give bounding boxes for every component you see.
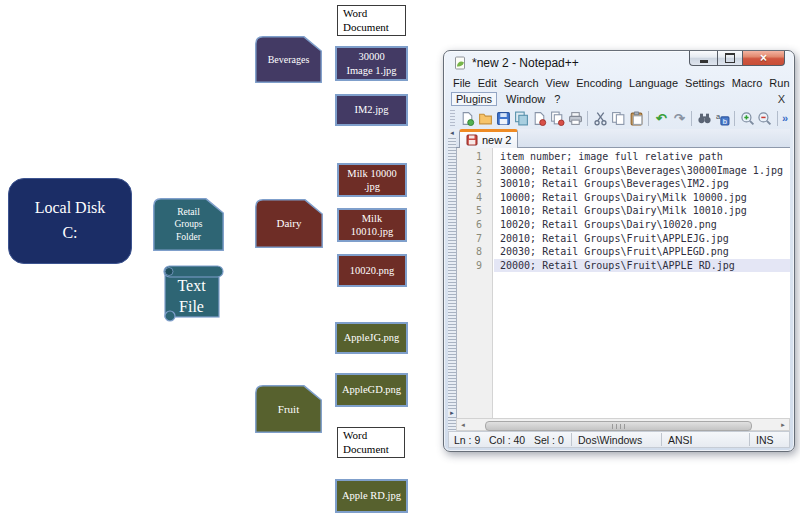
- text-editor[interactable]: 1 2 3 4 5 6 7 8 9 item number; image ful…: [456, 148, 790, 418]
- close-button[interactable]: ×: [743, 51, 785, 66]
- toolbar-separator: [777, 111, 778, 126]
- text-line: item number; image full relative path: [494, 150, 790, 164]
- line-number: 1: [457, 150, 492, 164]
- zoom-in-icon: [740, 111, 755, 126]
- text-line: 30010; Retail Groups\Beverages\IM2.jpg: [494, 177, 790, 191]
- save-all-button[interactable]: [514, 110, 530, 127]
- copy-icon: [611, 111, 626, 126]
- line-number: 3: [457, 177, 492, 191]
- menu-file[interactable]: File: [453, 77, 471, 89]
- maximize-button[interactable]: [717, 51, 743, 66]
- horizontal-scrollbar[interactable]: ◄ ►: [456, 418, 790, 431]
- maximize-icon: [725, 53, 735, 63]
- new-file-button[interactable]: [460, 110, 476, 127]
- fruit-folder-label: Fruit: [255, 385, 322, 433]
- beverages-folder-label: Beverages: [255, 36, 322, 83]
- dock-splitter[interactable]: [448, 129, 456, 431]
- close-all-files-button[interactable]: [550, 110, 566, 127]
- cut-icon: [593, 111, 608, 126]
- line-number: 8: [457, 245, 492, 259]
- toolbar-grip[interactable]: [450, 110, 455, 126]
- toolbar-overflow-chevron[interactable]: »: [782, 112, 788, 124]
- menu-language[interactable]: Language: [629, 77, 678, 89]
- close-all-files-icon: [550, 111, 565, 126]
- scrollbar-thumb[interactable]: [485, 421, 752, 431]
- titlebar[interactable]: *new 2 - Notepad++: [453, 54, 579, 72]
- menubar-row2: Plugins Window ? X: [451, 91, 785, 106]
- dairy-folder-node: Dairy: [255, 199, 323, 248]
- minimize-button[interactable]: [689, 51, 717, 66]
- line-number: 7: [457, 232, 492, 246]
- file-box-im2: IM2.jpg: [335, 94, 408, 126]
- zoom-in-button[interactable]: [739, 110, 755, 127]
- tab-new-2[interactable]: new 2: [459, 129, 518, 148]
- tab-label: new 2: [482, 134, 511, 146]
- status-separator: [749, 433, 750, 446]
- menu-window[interactable]: Window: [506, 93, 545, 105]
- undo-icon: ↶: [656, 112, 667, 125]
- screenshot-canvas: { "colors": { "root_navy": "#1b2d66", "t…: [0, 0, 800, 518]
- new-file-icon: [460, 111, 475, 126]
- menu-encoding[interactable]: Encoding: [576, 77, 622, 89]
- notepad-app-icon: [453, 56, 467, 70]
- text-line: 10010; Retail Groups\Dairy\Milk 10010.jp…: [494, 204, 790, 218]
- local-disk-label: Local Disk C:: [9, 179, 131, 263]
- line-number: 5: [457, 204, 492, 218]
- paste-button[interactable]: [628, 110, 644, 127]
- save-icon: [496, 111, 511, 126]
- retail-groups-folder-label: Retail Groups Folder: [153, 198, 224, 251]
- file-box-applerd: Apple RD.jpg: [335, 479, 408, 513]
- cut-button[interactable]: [592, 110, 608, 127]
- text-line-current: 20000; Retail Groups\Fruit\APPLE RD.jpg: [494, 259, 790, 273]
- menu-help[interactable]: ?: [554, 93, 560, 105]
- text-line: 20010; Retail Groups\Fruit\APPLEJG.jpg: [494, 232, 790, 246]
- status-separator: [571, 433, 572, 446]
- zoom-out-button[interactable]: [757, 110, 773, 127]
- line-number: 6: [457, 218, 492, 232]
- menu-search[interactable]: Search: [504, 77, 539, 89]
- replace-icon: a b: [715, 111, 730, 126]
- menu-edit[interactable]: Edit: [478, 77, 497, 89]
- scroll-right-arrow-icon[interactable]: ►: [778, 420, 788, 429]
- toolbar-separator: [587, 111, 588, 126]
- local-disk-node: Local Disk C:: [8, 178, 132, 264]
- menu-view[interactable]: View: [546, 77, 570, 89]
- dock-expand-right-icon[interactable]: ►: [448, 409, 456, 417]
- toolbar-separator: [691, 111, 692, 126]
- beverages-folder-node: Beverages: [255, 36, 322, 83]
- undo-button[interactable]: ↶: [653, 110, 669, 127]
- menu-run[interactable]: Run: [769, 77, 789, 89]
- print-button[interactable]: [568, 110, 584, 127]
- replace-button[interactable]: a b: [714, 110, 730, 127]
- status-eol-format: Dos\Windows: [578, 434, 642, 446]
- menu-close-x[interactable]: X: [778, 93, 785, 105]
- copy-button[interactable]: [610, 110, 626, 127]
- status-insert-mode: INS: [756, 434, 774, 446]
- line-number: 2: [457, 164, 492, 178]
- close-file-button[interactable]: [532, 110, 548, 127]
- zoom-out-icon: [757, 111, 772, 126]
- dock-collapse-left-icon[interactable]: ◄: [448, 129, 456, 137]
- retail-groups-folder-node: Retail Groups Folder: [153, 198, 224, 251]
- save-button[interactable]: [496, 110, 512, 127]
- code-lines: item number; image full relative path 30…: [494, 148, 790, 418]
- menu-macro[interactable]: Macro: [732, 77, 763, 89]
- status-encoding: ANSI: [668, 434, 693, 446]
- file-box-milk10000: Milk 10000 .jpg: [337, 163, 407, 197]
- find-button[interactable]: [696, 110, 712, 127]
- paste-icon: [629, 111, 644, 126]
- line-number: 9: [457, 259, 492, 273]
- redo-button[interactable]: ↷: [671, 110, 687, 127]
- menu-settings[interactable]: Settings: [685, 77, 725, 89]
- save-all-icon: [514, 111, 529, 126]
- scroll-left-arrow-icon[interactable]: ◄: [458, 420, 468, 429]
- unsaved-floppy-icon: [466, 134, 478, 146]
- status-cursor-position: Ln : 9 Col : 40 Sel : 0: [454, 434, 564, 446]
- menu-plugins[interactable]: Plugins: [451, 92, 497, 106]
- line-number: 4: [457, 191, 492, 205]
- close-icon: ×: [760, 52, 767, 64]
- dairy-folder-label: Dairy: [255, 199, 323, 248]
- toolbar: ↶ ↷ a b: [450, 108, 788, 128]
- open-folder-button[interactable]: [478, 110, 494, 127]
- window-title: *new 2 - Notepad++: [472, 56, 579, 70]
